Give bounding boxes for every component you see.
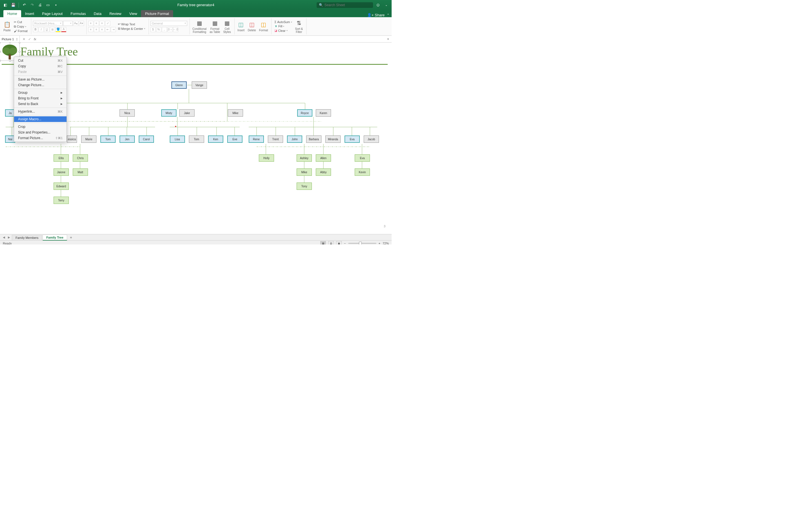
- add-sheet-button[interactable]: +: [68, 235, 74, 240]
- tree-node[interactable]: Trent: [268, 135, 283, 143]
- tree-node[interactable]: Eve: [227, 135, 243, 143]
- next-sheet-icon[interactable]: ▶: [7, 236, 11, 239]
- tree-node[interactable]: Lisa: [170, 135, 185, 143]
- border-button[interactable]: ⊞: [50, 27, 55, 32]
- tree-node[interactable]: Ellis: [54, 154, 69, 162]
- delete-cells-button[interactable]: ◫Delete: [247, 18, 257, 34]
- ctx-format-picture[interactable]: Format Picture...⇧⌘1: [14, 135, 66, 141]
- underline-button[interactable]: U: [44, 27, 49, 32]
- tree-node[interactable]: Jen: [119, 135, 135, 143]
- page-icon[interactable]: ▭: [45, 2, 51, 8]
- clear-button[interactable]: ◪Clear▾: [273, 29, 293, 33]
- merge-center-button[interactable]: ⊟Merge & Center▾: [117, 26, 146, 31]
- tree-node[interactable]: Jacob: [364, 135, 379, 143]
- chevron-down-icon[interactable]: ⌄: [383, 2, 389, 8]
- tree-node[interactable]: Royce: [297, 109, 312, 117]
- tab-view[interactable]: View: [125, 10, 141, 17]
- tab-page-layout[interactable]: Page Layout: [38, 10, 66, 17]
- tree-node[interactable]: Allen: [316, 154, 331, 162]
- ctx-hyperlink[interactable]: Hyperlink...⌘K: [14, 109, 66, 114]
- insert-cells-button[interactable]: ◫Insert: [236, 18, 246, 34]
- tree-node[interactable]: Mike: [228, 109, 243, 117]
- increase-decimal-icon[interactable]: .0→: [167, 27, 172, 32]
- cut-button[interactable]: ✂Cut: [13, 20, 29, 24]
- sheet-tab-tree[interactable]: Family Tree: [43, 235, 67, 240]
- print-icon[interactable]: 🖨: [37, 2, 43, 8]
- tree-node[interactable]: John: [287, 135, 302, 143]
- align-bottom-icon[interactable]: ≡: [100, 21, 105, 26]
- tree-node[interactable]: Miranda: [325, 135, 341, 143]
- font-size-combo[interactable]: ▾: [63, 21, 73, 26]
- tab-insert[interactable]: Insert: [21, 10, 38, 17]
- number-format-combo[interactable]: General▾: [151, 21, 187, 26]
- tree-node[interactable]: Kevin: [355, 168, 370, 176]
- feedback-icon[interactable]: ☺: [376, 3, 380, 8]
- panel-toggle-icon[interactable]: ◧: [2, 2, 8, 8]
- tab-formulas[interactable]: Formulas: [66, 10, 90, 17]
- tree-node[interactable]: Jake: [179, 109, 195, 117]
- align-center-icon[interactable]: ≡: [94, 27, 99, 32]
- tree-node[interactable]: Vange: [192, 81, 207, 89]
- tree-node[interactable]: Glenn: [171, 81, 187, 89]
- zoom-slider[interactable]: [348, 243, 376, 244]
- save-icon[interactable]: 💾: [10, 2, 16, 8]
- ctx-assign-macro[interactable]: Assign Macro...: [14, 116, 66, 122]
- paste-button[interactable]: 📋 Paste: [2, 18, 12, 34]
- tree-node[interactable]: Eva: [355, 154, 370, 162]
- tree-node[interactable]: essica: [67, 135, 77, 143]
- tab-picture-format[interactable]: Picture Format: [141, 10, 173, 17]
- format-cells-button[interactable]: ◫Format: [258, 18, 269, 34]
- redo-icon[interactable]: ↷: [29, 2, 35, 8]
- zoom-in-button[interactable]: +: [378, 242, 380, 245]
- tree-node[interactable]: Nica: [119, 109, 135, 117]
- percent-icon[interactable]: %: [156, 27, 161, 32]
- conditional-formatting-button[interactable]: ▦Conditional Formatting: [192, 18, 208, 34]
- tree-node[interactable]: Ashley: [297, 154, 312, 162]
- tree-node[interactable]: Tony: [297, 182, 312, 190]
- tree-node[interactable]: Rene: [249, 135, 264, 143]
- tree-node[interactable]: Matt: [73, 168, 88, 176]
- search-input[interactable]: [324, 3, 371, 7]
- decrease-decimal-icon[interactable]: ←.0: [173, 27, 178, 32]
- tree-node[interactable]: Chris: [73, 154, 88, 162]
- undo-icon[interactable]: ↶: [21, 2, 28, 8]
- font-name-combo[interactable]: Rockwell (Hea...▾: [33, 21, 63, 26]
- align-right-icon[interactable]: ≡: [100, 27, 105, 32]
- accept-formula-icon[interactable]: ✓: [28, 37, 31, 41]
- expand-formula-icon[interactable]: ▼: [385, 38, 392, 41]
- zoom-out-button[interactable]: −: [344, 242, 346, 245]
- fx-icon[interactable]: fx: [34, 38, 36, 41]
- format-as-table-button[interactable]: ▦Format as Table: [209, 18, 221, 34]
- cancel-formula-icon[interactable]: ✕: [22, 37, 26, 41]
- collapse-ribbon-icon[interactable]: ⌃: [387, 13, 389, 17]
- normal-view-icon[interactable]: ▦: [320, 241, 326, 245]
- tree-node[interactable]: Marie: [81, 135, 96, 143]
- ctx-change-picture[interactable]: Change Picture...: [14, 82, 66, 88]
- tree-node[interactable]: Tom: [100, 135, 116, 143]
- font-color-button[interactable]: A: [61, 27, 66, 32]
- ctx-bring-to-front[interactable]: Bring to Front▶: [14, 96, 66, 101]
- ctx-copy[interactable]: Copy⌘C: [14, 63, 66, 69]
- cell-styles-button[interactable]: ▦Cell Styles: [222, 18, 232, 34]
- align-top-icon[interactable]: ≡: [88, 21, 93, 26]
- decrease-font-icon[interactable]: A▾: [79, 21, 84, 26]
- tab-home[interactable]: Home: [3, 10, 21, 17]
- tree-node[interactable]: Mike: [297, 168, 312, 176]
- align-middle-icon[interactable]: ≡: [94, 21, 99, 26]
- ctx-size-properties[interactable]: Size and Properties...: [14, 129, 66, 135]
- copy-button[interactable]: ⧉Copy▾: [13, 24, 29, 29]
- tab-review[interactable]: Review: [105, 10, 125, 17]
- tree-node[interactable]: Barbara: [306, 135, 321, 143]
- tree-node[interactable]: Karen: [316, 109, 331, 117]
- sort-filter-button[interactable]: ⇅Sort & Filter: [294, 18, 304, 34]
- share-button[interactable]: 👤+ Share: [367, 13, 385, 17]
- sheet-tab-members[interactable]: Family Members: [12, 235, 42, 240]
- ctx-crop[interactable]: Crop: [14, 124, 66, 129]
- comma-icon[interactable]: ,: [162, 27, 167, 32]
- ctx-group[interactable]: Group▶: [14, 90, 66, 96]
- tree-node[interactable]: Edward: [54, 182, 69, 190]
- tree-node[interactable]: Holly: [259, 154, 274, 162]
- fill-button[interactable]: ▼Fill▾: [273, 24, 293, 28]
- zoom-level[interactable]: 72%: [383, 242, 389, 245]
- increase-font-icon[interactable]: A▴: [73, 21, 79, 26]
